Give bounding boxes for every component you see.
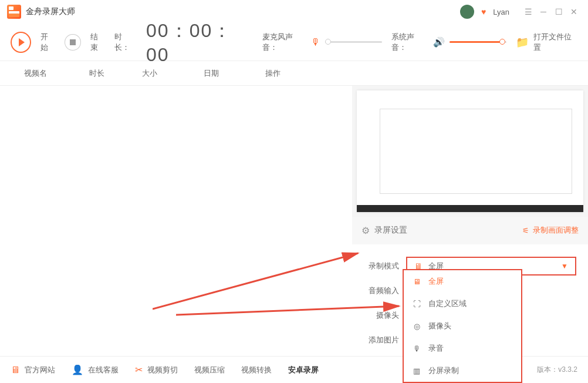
microphone-icon: 🎙 bbox=[412, 344, 421, 353]
camera-label: 摄像头 bbox=[364, 310, 399, 321]
mic-label: 麦克风声音： bbox=[262, 32, 307, 53]
crop-icon: ⛶ bbox=[412, 300, 421, 308]
monitor-icon: 🖥 bbox=[412, 277, 421, 286]
dd-label: 全屏 bbox=[428, 276, 444, 287]
toolbar: 开始 结束 时长： 00：00：00 麦克风声音： 🎙 系统声音： 🔊 📁 打开… bbox=[0, 23, 588, 61]
username: Lyan bbox=[493, 8, 509, 16]
duration-timer: 00：00：00 bbox=[146, 18, 253, 66]
dd-label: 摄像头 bbox=[428, 321, 451, 331]
th-date: 日期 bbox=[176, 68, 246, 79]
ft-label: 视频压缩 bbox=[194, 365, 225, 375]
titlebar: 金舟录屏大师 ♥ Lyan ☰ ─ ☐ ✕ bbox=[0, 0, 588, 23]
chevron-down-icon: ▼ bbox=[561, 262, 568, 270]
open-folder-button[interactable]: 📁 打开文件位置 bbox=[516, 32, 577, 53]
video-cut-link[interactable]: ✂视频剪切 bbox=[135, 364, 178, 375]
dropdown-item-camera[interactable]: ◎摄像头 bbox=[404, 315, 521, 337]
th-size: 大小 bbox=[123, 68, 176, 79]
stop-label: 结束 bbox=[90, 32, 105, 53]
svg-line-1 bbox=[153, 253, 358, 309]
image-label: 添加图片 bbox=[364, 335, 399, 345]
video-compress-link[interactable]: 视频压缩 bbox=[194, 365, 225, 375]
open-folder-label: 打开文件位置 bbox=[533, 32, 577, 53]
dropdown-item-fullscreen[interactable]: 🖥全屏 bbox=[404, 270, 521, 293]
duration-label: 时长： bbox=[114, 32, 137, 53]
online-support-link[interactable]: 👤在线客服 bbox=[72, 364, 119, 375]
start-record-button[interactable] bbox=[11, 32, 31, 53]
split-screen-icon: ▥ bbox=[412, 367, 421, 375]
ft-label: 视频剪切 bbox=[147, 365, 178, 375]
dropdown-item-custom-area[interactable]: ⛶自定义区域 bbox=[404, 293, 521, 315]
maximize-button[interactable]: ☐ bbox=[552, 5, 566, 19]
menu-button[interactable]: ☰ bbox=[521, 5, 535, 19]
gear-icon: ⚙ bbox=[361, 225, 370, 236]
adjust-recording-button[interactable]: ⚟ 录制画面调整 bbox=[522, 225, 579, 236]
avatar[interactable] bbox=[460, 5, 474, 19]
annotation-arrow bbox=[153, 250, 364, 321]
app-logo-icon bbox=[7, 5, 21, 19]
video-list-panel bbox=[0, 86, 352, 362]
dd-label: 自定义区域 bbox=[428, 298, 467, 309]
minimize-button[interactable]: ─ bbox=[536, 5, 550, 19]
audio-label: 音频输入 bbox=[364, 285, 399, 296]
system-sound-label: 系统声音： bbox=[391, 32, 428, 53]
mic-volume-slider[interactable] bbox=[325, 41, 382, 43]
settings-title: 录屏设置 bbox=[374, 225, 407, 236]
record-mode-dropdown: 🖥全屏 ⛶自定义区域 ◎摄像头 🎙录音 ▥分屏录制 bbox=[403, 269, 522, 383]
ft-label: 在线客服 bbox=[88, 365, 119, 375]
ft-label: 官方网站 bbox=[25, 365, 55, 375]
headset-icon: 👤 bbox=[72, 364, 83, 375]
sliders-icon: ⚟ bbox=[522, 226, 529, 235]
dd-label: 录音 bbox=[428, 343, 444, 354]
android-record-link[interactable]: 安卓录屏 bbox=[288, 365, 319, 375]
table-header: 视频名 时长 大小 日期 操作 bbox=[0, 61, 588, 86]
camera-icon: ◎ bbox=[412, 322, 421, 331]
settings-header: ⚙ 录屏设置 ⚟ 录制画面调整 bbox=[352, 217, 588, 244]
stop-record-button[interactable] bbox=[65, 34, 80, 51]
mode-label: 录制模式 bbox=[364, 261, 399, 271]
ft-label: 安卓录屏 bbox=[288, 365, 319, 375]
video-convert-link[interactable]: 视频转换 bbox=[241, 365, 272, 375]
system-volume-slider[interactable] bbox=[450, 41, 506, 43]
start-label: 开始 bbox=[40, 32, 55, 53]
th-duration: 时长 bbox=[70, 68, 123, 79]
microphone-icon: 🎙 bbox=[311, 37, 320, 48]
th-name: 视频名 bbox=[0, 68, 70, 79]
dd-label: 分屏录制 bbox=[428, 365, 459, 376]
close-button[interactable]: ✕ bbox=[567, 5, 581, 19]
th-operation: 操作 bbox=[246, 68, 299, 79]
ft-label: 视频转换 bbox=[241, 365, 272, 375]
heart-icon: ♥ bbox=[481, 7, 486, 16]
version-text: 版本：v3.3.2 bbox=[537, 365, 577, 375]
app-title: 金舟录屏大师 bbox=[26, 6, 75, 17]
dropdown-item-audio[interactable]: 🎙录音 bbox=[404, 337, 521, 360]
dropdown-item-split-screen[interactable]: ▥分屏录制 bbox=[404, 360, 521, 382]
monitor-icon: 🖥 bbox=[11, 365, 20, 375]
folder-icon: 📁 bbox=[516, 36, 529, 49]
scissors-icon: ✂ bbox=[135, 364, 143, 375]
preview-area bbox=[352, 86, 588, 217]
speaker-icon: 🔊 bbox=[433, 36, 445, 48]
official-website-link[interactable]: 🖥官方网站 bbox=[11, 365, 55, 375]
adjust-label: 录制画面调整 bbox=[533, 225, 579, 236]
